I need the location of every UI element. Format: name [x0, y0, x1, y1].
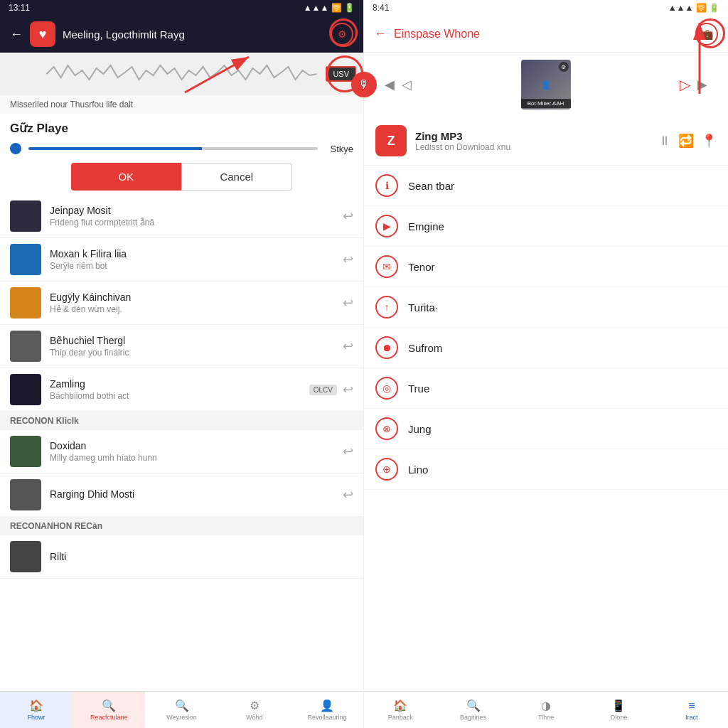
- slider-track[interactable]: [28, 147, 318, 150]
- app-card-name: Zing MP3: [415, 130, 658, 142]
- list-item[interactable]: Jeinpay Mosit Frideng flut cormptetritt …: [0, 195, 363, 238]
- next-track-button[interactable]: ▶: [694, 73, 711, 96]
- add-icon[interactable]: ↩: [343, 487, 353, 503]
- left-header-title: Meeling, Lgocthimlit Rayg: [63, 28, 331, 41]
- song-thumbnail: [10, 374, 41, 405]
- menu-nav-icon: ≡: [688, 700, 695, 712]
- nav-item-profile[interactable]: 👤 Revollaauring: [291, 692, 363, 728]
- add-to-playlist-icon[interactable]: ↩: [343, 208, 353, 224]
- left-bottom-nav: 🏠 Fhowr 🔍 Reacfctulane 🔍 Weyresion ⚙ Wôh…: [0, 691, 363, 728]
- list-item[interactable]: Rilti: [0, 535, 363, 579]
- list-item-tenor[interactable]: ✉ Tenor: [364, 247, 728, 287]
- prev-track-button[interactable]: ◀: [381, 73, 398, 96]
- plus-icon: ⊕: [382, 464, 391, 475]
- nav-item-tlhne[interactable]: ◑ Tlhne: [510, 692, 582, 728]
- right-bottom-nav: 🏠 Panback 🔍 Bagitines ◑ Tlhne 📱 Dlone ≡ …: [364, 691, 728, 728]
- location-icon[interactable]: 📍: [701, 133, 717, 149]
- guz-section: Gữz Playe: [0, 114, 363, 139]
- nav-item-wohd[interactable]: ⚙ Wôhd: [218, 692, 291, 728]
- item-name-jung: Jung: [408, 423, 432, 435]
- repeat-icon[interactable]: 🔁: [678, 133, 694, 149]
- list-item-lino[interactable]: ⊕ Lino: [364, 449, 728, 490]
- nav-item-fhowr[interactable]: 🏠 Fhowr: [0, 692, 73, 728]
- add-icon[interactable]: ↩: [343, 382, 353, 397]
- list-item[interactable]: Bẽhuchiel Thergl Thip dear you finalric …: [0, 325, 363, 368]
- list-item[interactable]: Doxidan Milly dameg umh híato hunn ↩: [0, 430, 363, 473]
- song-name: Moxan k Filira liia: [50, 248, 343, 259]
- rewind-button[interactable]: ◁: [398, 73, 415, 96]
- settings-icon-circle[interactable]: ⚙: [331, 23, 353, 46]
- up-icon: ↑: [385, 301, 390, 313]
- list-item[interactable]: Zamling Báchbiiomd bothi act OLCV ↩: [0, 368, 363, 412]
- song-subtitle: Serÿle riêm bot: [50, 261, 343, 271]
- nav-item-dlone[interactable]: 📱 Dlone: [582, 692, 655, 728]
- add-icon[interactable]: ↩: [343, 295, 353, 311]
- right-list: ℹ Sean tbar ▶ Emgine ✉ Tenor ↑ Turita· ⏺: [364, 166, 728, 691]
- waveform-area: USV: [0, 53, 363, 95]
- song-name: Zamling: [50, 378, 309, 390]
- song-actions: ↩: [343, 444, 353, 459]
- song-thumbnail: [10, 436, 41, 467]
- list-item[interactable]: Moxan k Filira liia Serÿle riêm bot ↩: [0, 238, 363, 282]
- left-back-button[interactable]: ←: [10, 27, 23, 42]
- slider-label: Stkye: [325, 144, 353, 154]
- right-header-icon-circle[interactable]: 💼: [695, 23, 718, 46]
- left-status-bar: 13:11 ▲▲▲ 🛜 🔋: [0, 0, 363, 16]
- right-time: 8:41: [373, 3, 389, 13]
- info-icon: ℹ: [385, 180, 389, 191]
- mic-button[interactable]: 🎙: [351, 72, 377, 97]
- song-info: Bẽhuchiel Thergl Thip dear you finalric: [50, 335, 343, 358]
- song-name: Rilti: [50, 551, 353, 562]
- list-item[interactable]: Eugÿly Káinchivan Hẻ & dèn wừn veij. ↩: [0, 282, 363, 325]
- song-thumbnail: [10, 200, 41, 232]
- add-icon[interactable]: ↩: [343, 252, 353, 267]
- right-signal-icons: ▲▲▲ 🛜 🔋: [668, 3, 719, 13]
- pause-icon[interactable]: ⏸: [658, 134, 671, 149]
- list-item[interactable]: Rarging Dhid Mosti ↩: [0, 473, 363, 517]
- item-name-true: True: [408, 382, 429, 395]
- circle-nav-icon: ◑: [541, 699, 551, 712]
- list-item-emgine[interactable]: ▶ Emgine: [364, 206, 728, 247]
- circle-icon-circle: ◎: [375, 377, 398, 400]
- song-thumbnail: [10, 541, 41, 572]
- song-name: Doxidan: [50, 440, 343, 451]
- nav-item-weyresion[interactable]: 🔍 Weyresion: [145, 692, 218, 728]
- song-subtitle: Frideng flut cormptetritt ẫnâ: [50, 218, 343, 228]
- up-icon-circle: ↑: [375, 296, 398, 318]
- cancel-button[interactable]: Cancel: [181, 163, 293, 191]
- item-name-sufrom: Sufrom: [408, 342, 442, 354]
- nav-item-iract[interactable]: ≡ Iract: [655, 692, 728, 728]
- plus-icon-circle: ⊕: [375, 458, 398, 481]
- add-icon[interactable]: ↩: [343, 444, 353, 459]
- add-icon[interactable]: ↩: [343, 338, 353, 354]
- zing-logo: Z: [387, 134, 395, 149]
- app-card-zing[interactable]: Z Zing MP3 Ledisst on Download xnu ⏸ 🔁 📍: [364, 117, 728, 166]
- section-header-reconanhon: RECONANHON RECàn: [0, 517, 363, 535]
- list-item-sufrom[interactable]: ⏺ Sufrom: [364, 328, 728, 368]
- list-item-jung[interactable]: ⊗ Jung: [364, 409, 728, 449]
- song-actions: ↩: [343, 338, 353, 354]
- nav-label-search: Reacfctulane: [90, 714, 128, 721]
- song-thumbnail: [10, 287, 41, 318]
- heart-icon: ♥: [39, 27, 47, 42]
- nav-item-panback[interactable]: 🏠 Panback: [364, 692, 437, 728]
- ok-button[interactable]: OK: [71, 163, 181, 191]
- song-info: Zamling Báchbiiomd bothi act: [50, 378, 309, 401]
- search2-icon: 🔍: [175, 699, 189, 712]
- guz-title: Gữz Playe: [10, 122, 68, 135]
- song-list: Jeinpay Mosit Frideng flut cormptetritt …: [0, 195, 363, 691]
- circle-icon: ◎: [382, 382, 391, 394]
- item-name-emgine: Emgine: [408, 220, 444, 232]
- nav-label-wohd: Wôhd: [246, 714, 263, 721]
- song-info: Moxan k Filira liia Serÿle riêm bot: [50, 248, 343, 271]
- nav-item-bagitines[interactable]: 🔍 Bagitines: [437, 692, 509, 728]
- list-item-true[interactable]: ◎ True: [364, 368, 728, 409]
- play-button[interactable]: ▷: [676, 73, 694, 97]
- song-info: Eugÿly Káinchivan Hẻ & dèn wừn veij.: [50, 291, 343, 314]
- slider-thumb-dot: [10, 143, 21, 154]
- list-item-turita[interactable]: ↑ Turita·: [364, 287, 728, 328]
- phone-nav-icon: 📱: [611, 699, 626, 712]
- list-item-sean[interactable]: ℹ Sean tbar: [364, 166, 728, 206]
- right-back-button[interactable]: ←: [374, 26, 387, 41]
- nav-item-search[interactable]: 🔍 Reacfctulane: [73, 692, 145, 728]
